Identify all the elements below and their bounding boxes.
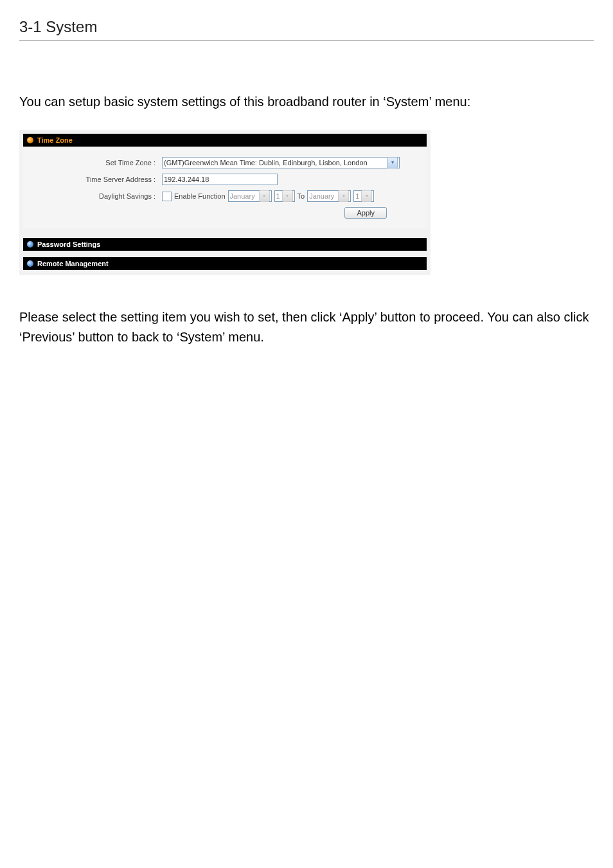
panel-gap — [23, 228, 427, 238]
to-label: To — [298, 192, 305, 200]
panel-title-password: Password Settings — [37, 240, 100, 248]
panel-header-remote[interactable]: Remote Management — [23, 257, 427, 270]
chevron-down-icon: ▾ — [259, 190, 270, 202]
from-day-value: 1 — [276, 192, 280, 201]
chevron-down-icon: ▾ — [338, 190, 349, 202]
page-title: 3-1 System — [19, 18, 594, 36]
timezone-select-value: (GMT)Greenwich Mean Time: Dublin, Edinbu… — [164, 158, 386, 167]
control-daylight: Enable Function January ▾ 1 ▾ To January… — [162, 190, 374, 202]
control-set-time-zone: (GMT)Greenwich Mean Time: Dublin, Edinbu… — [162, 157, 400, 168]
bullet-icon — [27, 260, 33, 267]
label-time-server: Time Server Address : — [35, 176, 162, 183]
row-set-time-zone: Set Time Zone : (GMT)Greenwich Mean Time… — [35, 157, 415, 168]
to-month-select[interactable]: January ▾ — [307, 190, 351, 202]
daylight-checkbox[interactable] — [162, 192, 172, 201]
intro-paragraph: You can setup basic system settings of t… — [19, 92, 594, 112]
label-daylight: Daylight Savings : — [35, 192, 162, 200]
panel-title-remote: Remote Management — [37, 260, 109, 267]
from-month-select[interactable]: January ▾ — [228, 190, 272, 202]
label-set-time-zone: Set Time Zone : — [35, 159, 162, 167]
apply-button[interactable]: Apply — [344, 207, 387, 219]
page: 3-1 System You can setup basic system se… — [0, 0, 613, 868]
panel-title-timezone: Time Zone — [37, 136, 73, 144]
panel-gap — [23, 251, 427, 257]
from-day-select[interactable]: 1 ▾ — [274, 190, 295, 202]
to-day-select[interactable]: 1 ▾ — [353, 190, 374, 202]
chevron-down-icon: ▾ — [361, 190, 372, 202]
time-server-input[interactable]: 192.43.244.18 — [162, 174, 278, 185]
to-month-value: January — [309, 192, 334, 201]
panel-body-timezone: Set Time Zone : (GMT)Greenwich Mean Time… — [23, 147, 427, 228]
row-time-server: Time Server Address : 192.43.244.18 — [35, 174, 415, 185]
bullet-icon — [27, 137, 33, 143]
time-server-value: 192.43.244.18 — [164, 175, 209, 184]
outro-paragraph: Please select the setting item you wish … — [19, 307, 594, 347]
from-month-value: January — [230, 192, 255, 201]
panel-header-password[interactable]: Password Settings — [23, 238, 427, 251]
bullet-icon — [27, 241, 33, 248]
chevron-down-icon: ▾ — [387, 157, 398, 168]
router-ui-screenshot: Time Zone Set Time Zone : (GMT)Greenwich… — [19, 130, 431, 275]
panel-header-timezone[interactable]: Time Zone — [23, 134, 427, 147]
control-time-server: 192.43.244.18 — [162, 174, 278, 185]
heading-underline — [19, 40, 594, 41]
timezone-select[interactable]: (GMT)Greenwich Mean Time: Dublin, Edinbu… — [162, 157, 400, 168]
row-daylight: Daylight Savings : Enable Function Janua… — [35, 190, 415, 202]
daylight-checkbox-label: Enable Function — [174, 192, 226, 200]
to-day-value: 1 — [355, 192, 359, 201]
chevron-down-icon: ▾ — [282, 190, 293, 202]
apply-row: Apply — [35, 207, 415, 219]
